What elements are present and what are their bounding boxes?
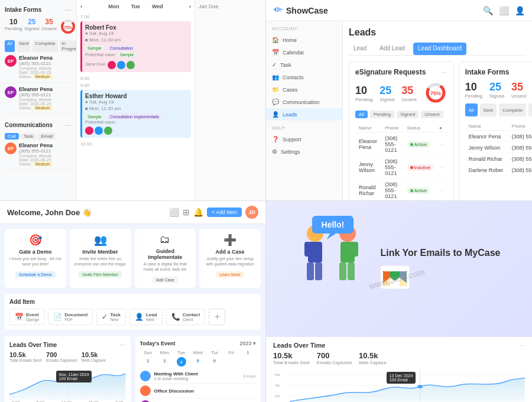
add-item-section-title: Add Item	[9, 299, 256, 305]
add-item-plus-btn[interactable]: +	[209, 309, 225, 325]
leads-page-title: Leads	[349, 27, 526, 38]
add-contact-card[interactable]: 📞 Contact Client	[166, 309, 206, 325]
contact-name-2: Eleanor Pena	[19, 86, 72, 92]
cal-header-mon: Mon	[157, 349, 173, 356]
window-nav-icon[interactable]: ⬜	[499, 6, 509, 15]
esig-filter-all[interactable]: All	[355, 111, 368, 118]
tab-lead[interactable]: Lead	[349, 43, 371, 55]
time-700: 7.00	[80, 14, 191, 20]
sidebar-item-communication[interactable]: 💬 Communication	[266, 96, 342, 108]
add-document-sub: PDF	[64, 317, 87, 322]
sidebar-item-task[interactable]: ✓ Task	[266, 59, 342, 71]
action-guided[interactable]: 🗂 Guided Implementate A case is digital …	[135, 229, 196, 288]
add-task-card[interactable]: ✓ Task New	[96, 309, 126, 325]
guided-btn[interactable]: Add Case	[153, 277, 178, 283]
sidebar-item-contacts[interactable]: 👥 Contacts	[266, 71, 342, 83]
event-robert-fox[interactable]: Robert Fox ● Sat, Aug 19 ■ Mon, 11:30 am…	[80, 21, 191, 72]
cal-small-year: 2023 ▾	[239, 341, 256, 346]
esig-pending-num: 10	[355, 85, 372, 97]
action-gate-demo[interactable]: 🎯 Gate a Demo I know you are busy - let …	[5, 229, 66, 288]
cal-cell-2[interactable]: 2	[140, 357, 156, 367]
add-item-button[interactable]: + Add Item	[207, 208, 242, 217]
if-row-1: Eleanor Pena (308) 555-0121	[466, 132, 532, 142]
if-filter-inprogress[interactable]: In Progress	[528, 103, 532, 116]
add-lead-card[interactable]: 👤 Lead New	[129, 309, 163, 325]
action-add-case[interactable]: ➕ Add a Case Justify get your firm setup…	[199, 229, 261, 288]
user-nav-icon[interactable]: 👤	[515, 6, 525, 15]
lot-title: Leads Over Time	[9, 342, 57, 348]
if-tab-complete[interactable]: Complete	[33, 40, 57, 52]
q4-lot-val-2: 700	[317, 351, 352, 360]
if-tab-all[interactable]: All	[5, 40, 15, 52]
tab-lead-dashboard[interactable]: Lead Dashboard	[413, 43, 466, 55]
if-filter-complete[interactable]: Complete	[499, 103, 526, 116]
cal-cell-6[interactable]: 6	[206, 357, 222, 367]
header-icon-1[interactable]: ⬜	[169, 208, 179, 217]
add-lead-sub: New	[146, 317, 157, 322]
header-icon-3[interactable]: 🔔	[193, 208, 203, 217]
cal-cell-3[interactable]: 3	[157, 357, 173, 367]
cal-prev[interactable]: ‹	[80, 4, 82, 12]
esig-row1-menu[interactable]: ···	[439, 141, 444, 147]
comm-tab-call[interactable]: Call	[5, 133, 19, 140]
esig-filter-unsent[interactable]: Unsent	[421, 111, 443, 118]
sidebar-item-calendar[interactable]: 📅 Calendar	[266, 46, 342, 59]
comm-tab-email[interactable]: Email	[38, 133, 56, 140]
action-invite-member[interactable]: 👥 Invite Member Invite the entire firm s…	[70, 229, 131, 288]
esig-unsent-num: 35	[401, 85, 416, 97]
if-filter-sent[interactable]: Sent	[480, 103, 497, 116]
esig-row2-menu[interactable]: ···	[439, 164, 444, 170]
add-document-card[interactable]: 📄 Document PDF	[48, 309, 93, 325]
cal-cell-today[interactable]: 4	[177, 357, 186, 367]
sidebar-item-home[interactable]: 🏠 Home	[266, 34, 342, 46]
add-case-btn[interactable]: Learn More	[216, 271, 244, 278]
esig-table: Name Phone Status ● Eleanor Pena (308) 5…	[355, 123, 447, 200]
sidebar-item-support[interactable]: ❓ Support	[266, 133, 342, 145]
event-date-2: ● Sat, Aug 19	[85, 99, 188, 105]
gate-demo-btn[interactable]: Schedule a Demo	[15, 271, 56, 278]
svg-rect-17	[352, 242, 358, 257]
cal-next[interactable]: ›	[189, 4, 191, 12]
if-tab-inprogress[interactable]: In Progress	[60, 40, 77, 52]
esig-filter-pending[interactable]: Pending	[370, 111, 394, 118]
intake-forms-mini-menu[interactable]: ···	[64, 5, 72, 14]
add-event-card[interactable]: 📅 Event Django	[9, 309, 44, 325]
svg-text:4k: 4k	[275, 383, 280, 387]
cal-cell-1[interactable]: 1	[240, 349, 256, 356]
esig-menu[interactable]: ···	[442, 69, 447, 76]
sidebar-item-leads[interactable]: 👤 Leads	[266, 108, 342, 121]
esig-filter-signed[interactable]: Signed	[397, 111, 419, 118]
esig-row3-menu[interactable]: ···	[439, 187, 444, 193]
event-list-avatar-1	[140, 371, 151, 381]
event-esther-howard[interactable]: Esther Howard ● Sat, Aug 19 ■ Mon, 11:30…	[80, 90, 191, 138]
cal-day-wed: Wed	[152, 4, 163, 9]
contact-avatar-1: EP	[5, 55, 17, 67]
cal-cell-5[interactable]: 5	[190, 357, 206, 367]
if-filter-row: All Sent Complete In Progress	[465, 103, 532, 116]
invite-member-btn[interactable]: Invite Firm Member	[79, 271, 121, 278]
task-icon: ✓	[272, 61, 277, 68]
tab-add-lead[interactable]: Add Lead	[375, 43, 410, 55]
if-tab-sent[interactable]: Sent	[17, 40, 31, 52]
svg-text:75%: 75%	[64, 25, 73, 30]
event-list-sub-1: 1 hr zoom meeting	[154, 377, 240, 381]
if-signed-label: Signed	[24, 26, 39, 31]
if-filter-all[interactable]: All	[465, 103, 478, 116]
showcase-logo: ShowCase	[273, 5, 328, 15]
if-card-stats: 10 Pending 25 Signed 35 Unsent	[465, 81, 532, 99]
sidebar-item-cases[interactable]: 📁 Cases	[266, 83, 342, 96]
event-list-time-1: 8 Hour	[244, 374, 256, 378]
dashboard-body: 🎯 Gate a Demo I know you are busy - let …	[0, 224, 265, 402]
comm-tab-task[interactable]: Task	[21, 133, 36, 140]
event-list-item-3: Board Meeting	[140, 398, 257, 402]
cal-day-tue: Tue	[131, 4, 140, 9]
lot-menu[interactable]: ···	[119, 341, 125, 349]
comm-mini-menu[interactable]: ···	[64, 120, 72, 129]
q4-lot-menu[interactable]: ···	[520, 342, 525, 349]
header-icon-2[interactable]: ⊞	[183, 208, 190, 217]
sidebar-item-settings[interactable]: ⚙ Settings	[266, 145, 342, 158]
search-nav-icon[interactable]: 🔍	[483, 6, 493, 15]
quad4-hello-panel: Hello! Link Yor Emails to MyCase	[266, 201, 532, 402]
document-add-icon: 📄	[53, 313, 62, 321]
sidebar-help-label: HELP	[266, 125, 342, 131]
